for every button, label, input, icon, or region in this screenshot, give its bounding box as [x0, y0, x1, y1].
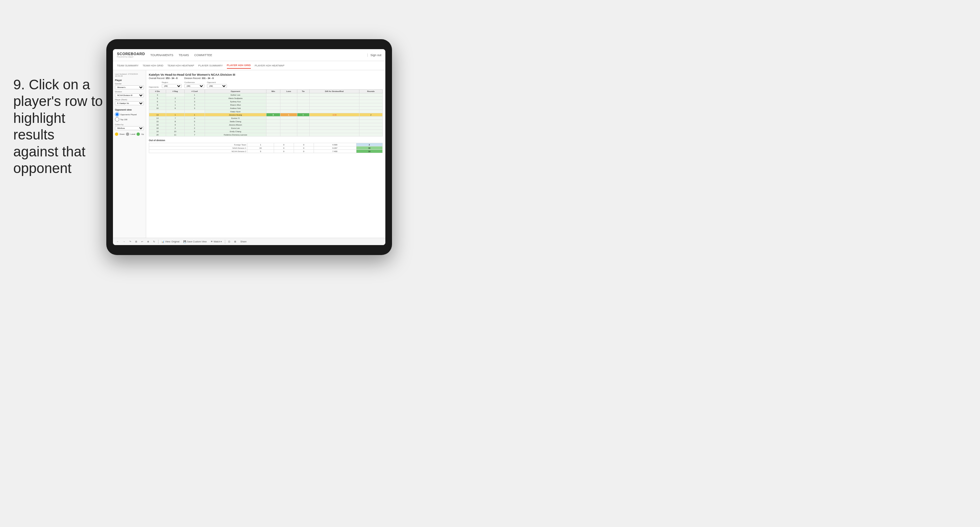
table-cell [359, 117, 382, 120]
table-cell: 2 [166, 97, 185, 100]
filter-opponent-select[interactable]: (All) [207, 84, 227, 88]
table-row[interactable]: 914Sharon Mun [149, 103, 383, 106]
watch-btn[interactable]: 👁 Watch ▾ [210, 240, 223, 243]
table-cell: 6 [166, 106, 185, 110]
table-cell [266, 133, 280, 137]
table-row[interactable]: 19106Emily Chang [149, 130, 383, 133]
table-cell [280, 93, 297, 97]
tab-player-summary[interactable]: PLAYER SUMMARY [198, 63, 223, 68]
table-cell [359, 103, 382, 106]
share-btn[interactable]: Share [239, 240, 248, 243]
redo-btn[interactable]: → [122, 240, 126, 243]
ood-title: Out of division [149, 139, 383, 141]
filter-opponents-label-wrap: Opponents: [149, 86, 159, 88]
colour-dots: Down Level Up [115, 132, 144, 136]
save-custom-btn[interactable]: 💾 Save Custom View [182, 240, 208, 243]
back-btn[interactable]: ↩ [140, 240, 144, 243]
tab-team-h2h-heatmap[interactable]: TEAM H2H HEATMAP [167, 63, 194, 68]
timestamp: Last Updated: 27/03/2024 16:55:28 [115, 73, 144, 77]
table-cell: 7 [166, 117, 185, 120]
instruction-text: 9. Click on a player's row to highlight … [13, 76, 103, 177]
table-cell: 16 [149, 123, 166, 127]
ood-cell: 10 [356, 150, 383, 153]
ood-label: NAIA Division 1 [149, 146, 248, 150]
table-row[interactable]: 613Sydney Kuo [149, 100, 383, 103]
nav-tournaments[interactable]: TOURNAMENTS [150, 53, 173, 57]
ood-cell: 0 [294, 146, 313, 150]
opponent-view-section: Opponent view Opponents Played Top 100 [115, 109, 144, 122]
nav-teams[interactable]: TEAMS [179, 53, 189, 57]
table-cell [297, 117, 309, 120]
table-cell: 4 [185, 103, 205, 106]
ood-cell: 0 [274, 143, 294, 146]
layout-btn-1[interactable]: ⊡ [227, 240, 231, 243]
filter-region-select[interactable]: (All) [162, 84, 182, 88]
table-row[interactable]: 1822Euna Lee [149, 127, 383, 130]
table-row[interactable]: 1585Stella Cheng [149, 120, 383, 123]
table-row[interactable]: 20117Federica Domecq Lacroze [149, 133, 383, 137]
tab-player-h2h-heatmap[interactable]: PLAYER H2H HEATMAP [255, 63, 285, 68]
grid-btn[interactable]: ⊞ [134, 240, 138, 243]
tab-player-h2h-grid[interactable]: PLAYER H2H GRID [227, 62, 251, 69]
layout-btn-2[interactable]: ⊠ [233, 240, 237, 243]
table-row[interactable]: Haejo Hyun [149, 110, 383, 113]
table-cell [266, 106, 280, 110]
table-cell: Federica Domecq Lacroze [205, 133, 266, 137]
table-cell [297, 93, 309, 97]
ood-row[interactable]: Foreign Team1004.5002 [149, 143, 383, 146]
table-row[interactable]: 1063Andrea York [149, 106, 383, 110]
table-row[interactable]: 522Alexis Sudjianto [149, 97, 383, 100]
ood-cell: 2 [356, 143, 383, 146]
undo-btn[interactable]: ← [116, 240, 120, 243]
table-cell: 2 [185, 97, 205, 100]
gender-select[interactable]: Women's [115, 85, 144, 89]
filter-conference-select[interactable]: (All) [185, 84, 204, 88]
ood-cell: 4.500 [313, 143, 356, 146]
zoom-btn[interactable]: ⊕ [146, 240, 150, 243]
player-select[interactable]: 8. Katelyn Vo [115, 101, 144, 105]
table-row[interactable]: 1691Jessica Mason [149, 123, 383, 127]
table-cell [280, 117, 297, 120]
table-cell [359, 100, 382, 103]
table-cell: 20 [149, 133, 166, 137]
table-cell [309, 117, 359, 120]
th-loss: Loss [280, 90, 297, 93]
colour-label: Colour by [115, 124, 144, 125]
table-row[interactable]: 1311Jessica Huang010-3.002 [149, 113, 383, 117]
table-cell [266, 120, 280, 123]
table-cell [309, 100, 359, 103]
table-cell: 19 [149, 130, 166, 133]
ood-row[interactable]: NAIA Division 115009.26730 [149, 146, 383, 150]
table-cell: Jessica Mason [205, 123, 266, 127]
colour-select[interactable]: Win/loss [115, 126, 144, 130]
table-cell: 7 [185, 133, 205, 137]
dot-down-label: Down [119, 133, 124, 135]
table-cell: -3.00 [309, 113, 359, 117]
view-original-btn[interactable]: 📊 View: Original [161, 240, 180, 243]
table-cell [309, 133, 359, 137]
ood-cell: 30 [356, 146, 383, 150]
ood-label: NCAA Division 2 [149, 150, 248, 153]
table-row[interactable]: 31Esther Lee [149, 93, 383, 97]
table-row[interactable]: 1474Eunice Yi [149, 117, 383, 120]
division-select[interactable]: NCAA Division III [115, 93, 144, 97]
tab-team-h2h-grid[interactable]: TEAM H2H GRID [143, 63, 164, 68]
th-opponent: Opponent [205, 90, 266, 93]
tab-team-summary[interactable]: TEAM SUMMARY [117, 63, 138, 68]
ood-row[interactable]: NCAA Division 25007.40010 [149, 150, 383, 153]
table-cell: 2 [185, 127, 205, 130]
nav-links: TOURNAMENTS TEAMS COMMITTEE [150, 53, 368, 57]
reset-btn[interactable]: ↷ [128, 240, 132, 243]
table-cell: 1 [185, 113, 205, 117]
nav-committee[interactable]: COMMITTEE [194, 53, 212, 57]
table-cell: 14 [149, 117, 166, 120]
radio-top100[interactable]: Top 100 [115, 117, 144, 122]
table-cell [309, 120, 359, 123]
radio-opponents-played[interactable]: Opponents Played [115, 112, 144, 117]
refresh-btn[interactable]: ↻ [152, 240, 156, 243]
instruction-area: 9. Click on a player's row to highlight … [13, 76, 103, 177]
table-cell [309, 103, 359, 106]
grid-area: Katelyn Vo Head-to-Head Grid for Women's… [146, 70, 385, 238]
sign-out-button[interactable]: Sign out [368, 54, 381, 57]
table-cell: 10 [149, 106, 166, 110]
